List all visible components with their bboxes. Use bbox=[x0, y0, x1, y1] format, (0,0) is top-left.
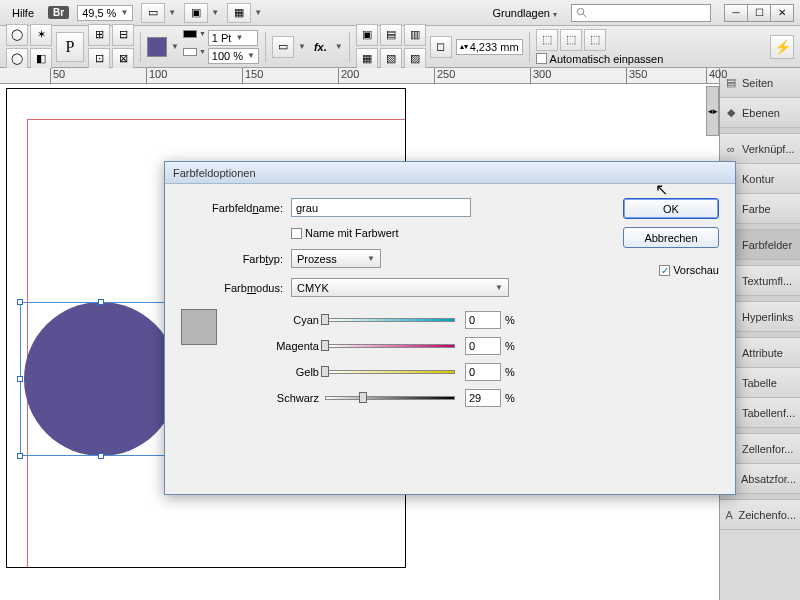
tool-ellipse-icon[interactable]: ◯ bbox=[6, 24, 28, 46]
panel-label: Zellenfor... bbox=[742, 443, 793, 455]
fit-icon-3[interactable]: ⬚ bbox=[584, 29, 606, 51]
color-type-value: Prozess bbox=[297, 253, 337, 265]
swatch-name-input[interactable] bbox=[291, 198, 471, 217]
panel-label: Absatzfor... bbox=[741, 473, 796, 485]
fit-icon-2[interactable]: ⬚ bbox=[560, 29, 582, 51]
close-button[interactable]: ✕ bbox=[770, 4, 794, 22]
view-mode-button[interactable]: ▭ bbox=[141, 3, 165, 23]
magenta-slider[interactable] bbox=[325, 341, 455, 351]
minimize-button[interactable]: ─ bbox=[724, 4, 748, 22]
panel-seiten[interactable]: ▤Seiten bbox=[720, 68, 800, 98]
pct-label: % bbox=[505, 340, 515, 352]
tool-gradient-icon[interactable]: ◧ bbox=[30, 48, 52, 70]
panel-ebenen[interactable]: ◆Ebenen bbox=[720, 98, 800, 128]
nofill-swatch[interactable] bbox=[183, 48, 197, 56]
color-mode-select[interactable]: CMYK▼ bbox=[291, 278, 509, 297]
distribute2-icon[interactable]: ⊠ bbox=[112, 48, 134, 70]
autofit-checkbox[interactable]: Automatisch einpassen bbox=[536, 53, 664, 65]
black-input[interactable] bbox=[465, 389, 501, 407]
distribute-icon[interactable]: ⊟ bbox=[112, 24, 134, 46]
cyan-slider[interactable] bbox=[325, 315, 455, 325]
chevron-down-icon: ▼ bbox=[120, 8, 128, 17]
zoom-value: 49,5 % bbox=[82, 7, 116, 19]
align-icon[interactable]: ⊞ bbox=[88, 24, 110, 46]
panel-label: Seiten bbox=[742, 77, 773, 89]
corner-radius-input[interactable]: ▴▾4,233 mm bbox=[456, 39, 523, 55]
corner-radius-value: 4,233 mm bbox=[470, 41, 519, 53]
search-input[interactable] bbox=[571, 4, 711, 22]
bridge-badge[interactable]: Br bbox=[48, 6, 69, 19]
cancel-button[interactable]: Abbrechen bbox=[623, 227, 719, 248]
svg-line-1 bbox=[583, 14, 586, 17]
name-with-value-checkbox[interactable]: Name mit Farbwert bbox=[291, 227, 399, 239]
ruler-tick: 200 bbox=[338, 68, 359, 84]
panel-icon: ∞ bbox=[724, 142, 738, 156]
pct-label: % bbox=[505, 314, 515, 326]
maximize-button[interactable]: ☐ bbox=[747, 4, 771, 22]
black-slider[interactable] bbox=[325, 393, 455, 403]
effects-icon[interactable]: ▭ bbox=[272, 36, 294, 58]
chevron-down-icon: ▼ bbox=[495, 283, 503, 292]
paragraph-style-icon[interactable]: P bbox=[56, 32, 84, 62]
panel-label: Tabellenf... bbox=[742, 407, 795, 419]
preview-label: Vorschau bbox=[673, 264, 719, 276]
wrap-icon-2[interactable]: ▤ bbox=[380, 24, 402, 46]
dialog-titlebar[interactable]: Farbfeldoptionen bbox=[165, 162, 735, 184]
wrap-icon-5[interactable]: ▧ bbox=[380, 48, 402, 70]
workspace-label: Grundlagen bbox=[492, 7, 550, 19]
black-label: Schwarz bbox=[267, 392, 325, 404]
search-icon bbox=[576, 7, 587, 18]
ruler-tick: 150 bbox=[242, 68, 263, 84]
panel-zeichenfo...[interactable]: AZeichenfo... bbox=[720, 500, 800, 530]
menu-help[interactable]: Hilfe bbox=[6, 5, 40, 21]
selected-object[interactable] bbox=[20, 302, 182, 456]
wrap-icon-1[interactable]: ▣ bbox=[356, 24, 378, 46]
ok-button[interactable]: OK bbox=[623, 198, 719, 219]
panel-icon: A bbox=[724, 508, 735, 522]
cyan-input[interactable] bbox=[465, 311, 501, 329]
zoom-level[interactable]: 49,5 %▼ bbox=[77, 5, 133, 21]
wrap-icon-3[interactable]: ▥ bbox=[404, 24, 426, 46]
magenta-label: Magenta bbox=[267, 340, 325, 352]
ruler-tick: 400 bbox=[706, 68, 727, 84]
stroke-swatch[interactable] bbox=[183, 30, 197, 38]
preview-checkbox[interactable]: Vorschau bbox=[659, 264, 719, 276]
swatch-options-dialog: Farbfeldoptionen Farbfeldname: Name mit … bbox=[164, 161, 736, 495]
swatch-preview bbox=[181, 309, 217, 345]
opacity-input[interactable]: 100 %▼ bbox=[208, 48, 259, 64]
panel-label: Kontur bbox=[742, 173, 774, 185]
stroke-weight-input[interactable]: 1 Pt▼ bbox=[208, 30, 258, 46]
yellow-slider[interactable] bbox=[325, 367, 455, 377]
corner-icon[interactable]: ◻ bbox=[430, 36, 452, 58]
wrap-icon-6[interactable]: ▨ bbox=[404, 48, 426, 70]
ruler-tick: 100 bbox=[146, 68, 167, 84]
ruler-tick: 250 bbox=[434, 68, 455, 84]
color-type-select[interactable]: Prozess▼ bbox=[291, 249, 381, 268]
fx-button[interactable]: fx. bbox=[310, 39, 331, 55]
panel-label: Verknüpf... bbox=[742, 143, 795, 155]
tool-ellipse2-icon[interactable]: ◯ bbox=[6, 48, 28, 70]
dialog-title: Farbfeldoptionen bbox=[173, 167, 256, 179]
align2-icon[interactable]: ⊡ bbox=[88, 48, 110, 70]
chevron-down-icon: ▼ bbox=[367, 254, 375, 263]
fit-icon-1[interactable]: ⬚ bbox=[536, 29, 558, 51]
workspace-selector[interactable]: Grundlagen ▾ bbox=[486, 5, 563, 21]
panel-label: Textumfl... bbox=[742, 275, 792, 287]
quick-apply-icon[interactable]: ⚡ bbox=[770, 35, 794, 59]
screen-mode-button[interactable]: ▣ bbox=[184, 3, 208, 23]
ruler-horizontal: 50 100 150 200 250 300 350 400 bbox=[0, 68, 719, 84]
panel-label: Ebenen bbox=[742, 107, 780, 119]
wrap-icon-4[interactable]: ▦ bbox=[356, 48, 378, 70]
magenta-input[interactable] bbox=[465, 337, 501, 355]
yellow-input[interactable] bbox=[465, 363, 501, 381]
panel-collapse-button[interactable]: ◂▸ bbox=[706, 86, 719, 136]
window-controls: ─ ☐ ✕ bbox=[725, 4, 794, 22]
arrange-button[interactable]: ▦ bbox=[227, 3, 251, 23]
tool-star-icon[interactable]: ✶ bbox=[30, 24, 52, 46]
autofit-label: Automatisch einpassen bbox=[550, 53, 664, 65]
panel-verknüpf...[interactable]: ∞Verknüpf... bbox=[720, 134, 800, 164]
opacity-value: 100 % bbox=[212, 50, 243, 62]
stroke-weight-value: 1 Pt bbox=[212, 32, 232, 44]
fill-swatch[interactable] bbox=[147, 37, 167, 57]
svg-point-0 bbox=[577, 8, 583, 14]
